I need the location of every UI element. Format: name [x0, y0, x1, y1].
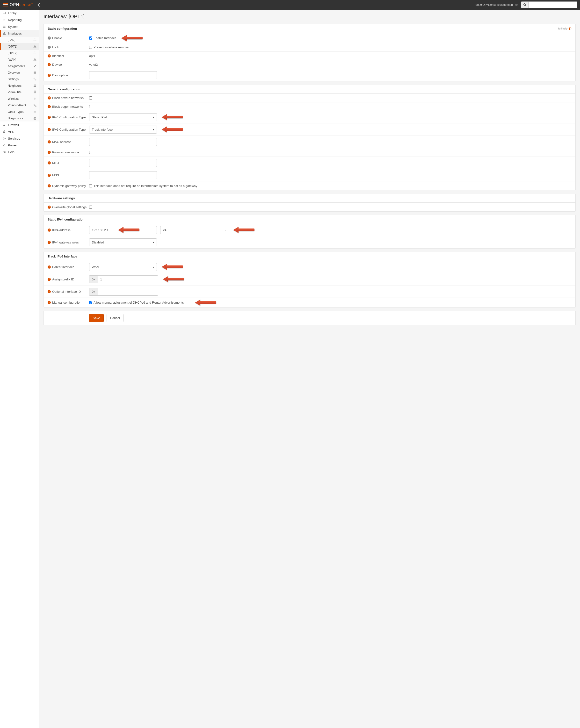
svg-point-61	[35, 79, 36, 80]
info-icon[interactable]: i	[48, 116, 51, 119]
mss-input[interactable]	[89, 171, 157, 179]
info-icon[interactable]: i	[48, 174, 51, 177]
sidebar-item-label: [LAN]	[8, 38, 15, 42]
sidebar-item-vpn[interactable]: VPN	[0, 128, 39, 135]
info-icon[interactable]: i	[48, 128, 51, 131]
search-input[interactable]	[529, 1, 577, 8]
sidebar-item-firewall[interactable]: Firewall	[0, 122, 39, 128]
panel-generic: Generic configuration iBlock private net…	[44, 85, 576, 190]
ipv4-type-select[interactable]: Static IPv4▾	[89, 113, 157, 121]
sidebar-subitem-diagnostics[interactable]: Diagnostics	[0, 115, 39, 122]
search-icon	[523, 3, 527, 6]
info-icon[interactable]: i	[48, 290, 51, 293]
sidebar-item-system[interactable]: System	[0, 23, 39, 30]
lock-checkbox[interactable]	[89, 46, 92, 49]
svg-rect-12	[4, 32, 4, 32]
svg-point-3	[524, 4, 526, 5]
sidebar-item-label: Interfaces	[8, 32, 22, 35]
block-bogon-checkbox[interactable]	[89, 105, 92, 108]
ipv6-type-select[interactable]: Track Interface▾	[89, 126, 157, 134]
description-input[interactable]	[89, 71, 157, 79]
info-icon[interactable]: i	[48, 161, 51, 164]
overwrite-checkbox[interactable]	[89, 206, 92, 209]
sidebar-subitem-ptp[interactable]: Point-to-Point	[0, 102, 39, 108]
mac-input[interactable]	[89, 138, 157, 146]
parent-select[interactable]: WAN▾	[89, 263, 157, 271]
fire-icon	[2, 123, 6, 127]
optif-input[interactable]	[98, 288, 158, 296]
info-icon[interactable]: i	[48, 54, 51, 57]
info-icon[interactable]: i	[48, 241, 51, 244]
phone-icon	[33, 104, 36, 107]
ipv4-mask-select[interactable]: 24▾	[160, 226, 228, 234]
sidebar-subitem-opt1[interactable]: [OPT1]	[0, 43, 39, 50]
sidebar-subitem-othertypes[interactable]: Other Types	[0, 108, 39, 115]
mtu-input[interactable]	[89, 159, 157, 167]
sidebar-item-reporting[interactable]: Reporting	[0, 17, 39, 23]
enable-label: Enable	[52, 36, 62, 40]
sidebar-subitem-lan[interactable]: [LAN]	[0, 37, 39, 43]
sidebar-item-label: Neighbors	[8, 84, 22, 87]
prefix-input[interactable]	[98, 275, 158, 283]
svg-rect-40	[33, 54, 34, 54]
lock-label: Lock	[52, 45, 59, 49]
sidebar-item-lobby[interactable]: Lobby	[0, 10, 39, 17]
info-icon[interactable]: i	[48, 151, 51, 154]
info-icon[interactable]: i	[48, 36, 51, 40]
sidebar-item-interfaces[interactable]: Interfaces	[0, 30, 39, 37]
sidebar-item-services[interactable]: Services	[0, 135, 39, 142]
panel-basic: Basic configuration full help ◐ iEnable …	[44, 24, 576, 81]
list-icon	[2, 25, 6, 28]
save-button[interactable]: Save	[89, 314, 104, 322]
info-icon[interactable]: i	[48, 46, 51, 49]
info-icon[interactable]: i	[48, 301, 51, 304]
caret-down-icon: ▾	[153, 241, 154, 244]
panel-hardware: Hardware settings iOverwrite global sett…	[44, 194, 576, 212]
svg-rect-13	[3, 34, 3, 34]
info-icon[interactable]: i	[48, 184, 51, 187]
svg-rect-58	[34, 73, 36, 73]
info-icon[interactable]: i	[48, 105, 51, 108]
sidebar-subitem-wireless[interactable]: Wireless	[0, 96, 39, 102]
sitemap-icon	[33, 58, 36, 61]
dyngw-checkbox[interactable]	[89, 184, 92, 187]
info-icon[interactable]: i	[48, 278, 51, 281]
sidebar-item-label: Reporting	[8, 18, 22, 22]
sidebar-toggle-icon[interactable]	[37, 3, 40, 6]
search-button[interactable]	[521, 1, 529, 8]
sidebar-item-power[interactable]: Power	[0, 142, 39, 149]
svg-point-75	[4, 138, 5, 139]
medkit-icon	[33, 117, 36, 120]
info-icon[interactable]: i	[48, 206, 51, 209]
sidebar-subitem-virtualips[interactable]: Virtual IPs	[0, 89, 39, 96]
logo[interactable]: OPNsense®	[3, 2, 33, 7]
block-private-checkbox[interactable]	[89, 96, 92, 100]
full-help-toggle[interactable]: full help ◐	[558, 26, 572, 31]
info-icon[interactable]: i	[48, 229, 51, 232]
sidebar-subitem-assignments[interactable]: Assignments	[0, 63, 39, 69]
enable-checkbox[interactable]	[89, 36, 92, 40]
info-icon[interactable]: i	[48, 63, 51, 66]
sidebar-subitem-wan[interactable]: [WAN]	[0, 56, 39, 63]
info-icon[interactable]: i	[48, 96, 51, 100]
info-icon[interactable]: i	[48, 74, 51, 77]
manual-checkbox[interactable]	[89, 301, 92, 304]
sidebar-item-help[interactable]: Help	[0, 149, 39, 155]
sidebar-subitem-neighbors[interactable]: Neighbors	[0, 82, 39, 89]
dyngw-cb-text: This interface does not require an inter…	[94, 184, 197, 188]
info-icon[interactable]: i	[48, 265, 51, 268]
promisc-checkbox[interactable]	[89, 151, 92, 154]
user-label[interactable]: root@OPNsense.localdomain	[475, 3, 513, 6]
ipv4-addr-input[interactable]	[89, 226, 157, 234]
block-private-label: Block private networks	[52, 96, 84, 100]
gear-icon	[2, 137, 6, 140]
info-icon[interactable]: i	[48, 140, 51, 144]
users-icon	[33, 84, 36, 87]
overwrite-label: Overwrite global settings	[52, 205, 86, 209]
sidebar-subitem-overview[interactable]: Overview	[0, 69, 39, 76]
caret-down-icon: ▾	[153, 128, 154, 131]
ipv4-gw-select[interactable]: Disabled▾	[89, 238, 157, 246]
sidebar-subitem-settings[interactable]: Settings	[0, 76, 39, 82]
cancel-button[interactable]: Cancel	[106, 314, 124, 322]
sidebar-subitem-opt2[interactable]: [OPT2]	[0, 50, 39, 56]
